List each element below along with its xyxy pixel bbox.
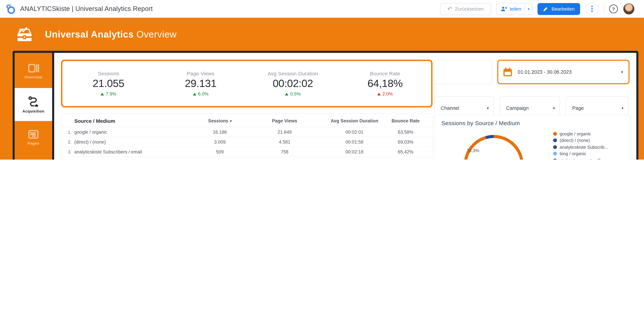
main-area: OverviewAcquisitionPagesTechnologyGeoEve… [0, 51, 644, 160]
calendar-icon [503, 67, 512, 77]
filter-dropdown-label: Channel [441, 105, 459, 111]
chevron-down-icon: ▾ [487, 106, 489, 110]
share-dropdown-caret[interactable]: ▾ [525, 3, 532, 15]
table-row[interactable]: 4.bing / organic27739600:02:0662,45% [61, 157, 432, 160]
trend-up-icon [101, 93, 104, 95]
toolbox-icon [16, 27, 34, 42]
sidebar-item-pages[interactable]: Pages [15, 121, 52, 154]
kpi-value: 00:02:02 [247, 77, 339, 90]
help-icon[interactable]: ? [609, 5, 618, 13]
looker-studio-logo-icon [6, 4, 16, 14]
page-title-bold: Universal Analytics [45, 29, 134, 39]
row-page-views: 396 [242, 158, 327, 160]
chart-legend: google / organic(direct) / (none)analyti… [553, 132, 610, 160]
edit-label: Bearbeiten [552, 6, 575, 12]
report-content: Sessions21.0557.9%Page Views29.1316.0%Av… [54, 53, 636, 160]
sidebar-item-label: Pages [28, 141, 39, 145]
reset-button[interactable]: ↶ Zurücksetzen [440, 3, 491, 15]
legend-dot [553, 132, 557, 136]
date-range-picker[interactable]: 01.01.2023 - 30.06.2023 ▾ [497, 60, 630, 84]
legend-dot [553, 145, 557, 149]
row-rank: 2. [61, 138, 74, 146]
user-avatar[interactable] [623, 3, 635, 15]
table-row[interactable]: 1.google / organic16.18621.64900:02:0163… [61, 127, 432, 137]
table-row[interactable]: 3.analyticskiste Subscribers / email5097… [61, 147, 432, 157]
legend-dot [553, 158, 557, 160]
header-avg-session-duration[interactable]: Avg Session Duration [327, 117, 382, 125]
row-avg-duration: 00:02:06 [327, 158, 382, 160]
donut-chart[interactable] [462, 131, 525, 160]
kpi-delta-value: 0.5% [290, 91, 301, 97]
header-sessions[interactable]: Sessions▾ [198, 117, 242, 125]
header-label: Page Views [272, 118, 297, 123]
row-page-views: 758 [242, 148, 327, 156]
chart-title: Sessions by Source / Medium [442, 120, 520, 127]
topbar: ANALYTICSkiste | Universal Analytics Rep… [0, 0, 644, 18]
row-bounce-rate: 69,03% [382, 138, 430, 146]
row-bounce-rate: 65,42% [382, 148, 430, 156]
filter-box-empty[interactable] [434, 60, 492, 84]
header-bounce-rate[interactable]: Bounce Rate [382, 117, 430, 125]
more-options-icon[interactable] [585, 2, 598, 16]
row-label: bing / organic [74, 158, 198, 160]
legend-dot [553, 139, 557, 142]
legend-item[interactable]: analyticskiste Subscrib... [553, 145, 610, 149]
row-sessions: 3.009 [198, 138, 242, 146]
share-button[interactable]: teilen ▾ [496, 3, 532, 15]
kpi-scorecards: Sessions21.0557.9%Page Views29.1316.0%Av… [61, 60, 432, 107]
row-bounce-rate: 62,45% [382, 158, 430, 160]
table-card-source-medium: Source / MediumSessions▾Page ViewsAvg Se… [61, 113, 432, 160]
legend-item[interactable]: (direct) / (none) [553, 139, 610, 142]
header-dimension: Source / Medium [74, 117, 198, 125]
table-row[interactable]: 2.(direct) / (none)3.0094.58100:01:5869,… [61, 137, 432, 147]
topbar-divider [604, 4, 604, 14]
kpi-value: 64,18% [339, 77, 431, 90]
legend-dot [553, 152, 557, 155]
share-label: teilen [510, 6, 521, 12]
trend-up-icon [377, 93, 381, 95]
legend-item[interactable]: google / organic [553, 132, 610, 136]
sidebar: OverviewAcquisitionPagesTechnologyGeoEve… [15, 53, 54, 160]
sort-desc-icon: ▾ [230, 119, 232, 123]
header-page-views[interactable]: Page Views [242, 117, 327, 125]
edit-button[interactable]: Bearbeiten [538, 3, 580, 15]
reset-label: Zurücksetzen [455, 6, 484, 12]
sidebar-item-acquisition[interactable]: Acquisition [15, 88, 52, 121]
kpi-delta-value: 7.9% [106, 91, 116, 97]
row-page-views: 21.649 [242, 128, 327, 136]
overview-icon [28, 64, 39, 73]
row-avg-duration: 00:01:58 [327, 138, 382, 146]
legend-label: analyticskiste Subscrib... [560, 145, 608, 150]
kpi-delta-value: 6.0% [198, 91, 208, 97]
row-sessions: 277 [198, 158, 242, 160]
undo-icon: ↶ [447, 6, 452, 12]
sidebar-item-overview[interactable]: Overview [15, 55, 52, 88]
trend-up-icon [285, 93, 288, 95]
kpi-value: 21.055 [62, 77, 154, 90]
donut-callout: 14,3% [466, 148, 479, 153]
sidebar-item-technology[interactable]: Technology [15, 154, 52, 160]
row-rank: 4. [61, 158, 74, 160]
kpi-delta: 7.9% [62, 91, 154, 97]
legend-item[interactable]: bing / organic [553, 152, 610, 155]
pencil-icon [543, 6, 548, 12]
legend-label: bing / organic [560, 151, 586, 156]
report-frame: OverviewAcquisitionPagesTechnologyGeoEve… [12, 51, 638, 160]
acquisition-icon [28, 96, 39, 107]
report-title: ANALYTICSkiste | Universal Analytics Rep… [20, 5, 153, 13]
kpi-label: Avg Session Duration [247, 71, 339, 76]
report-page: ANALYTICSkiste | Universal Analytics Rep… [0, 0, 644, 160]
pages-icon [28, 130, 38, 139]
row-page-views: 4.581 [242, 138, 327, 146]
chevron-down-icon: ▾ [553, 106, 555, 110]
kpi-avg-session-duration: Avg Session Duration00:02:020.5% [247, 71, 339, 97]
legend-label: google / organic [560, 131, 591, 136]
kpi-delta-value: 2.0% [382, 91, 393, 97]
legend-item[interactable]: statics.teams.cdn.office.... [553, 158, 610, 160]
row-rank: 1. [61, 128, 74, 136]
filter-dropdown-label: Campaign [506, 105, 529, 111]
kpi-page-views: Page Views29.1316.0% [154, 71, 247, 97]
table-body: 1.google / organic16.18621.64900:02:0163… [61, 127, 432, 160]
sidebar-item-label: Overview [24, 75, 42, 79]
table-header-row: Source / MediumSessions▾Page ViewsAvg Se… [61, 115, 432, 127]
